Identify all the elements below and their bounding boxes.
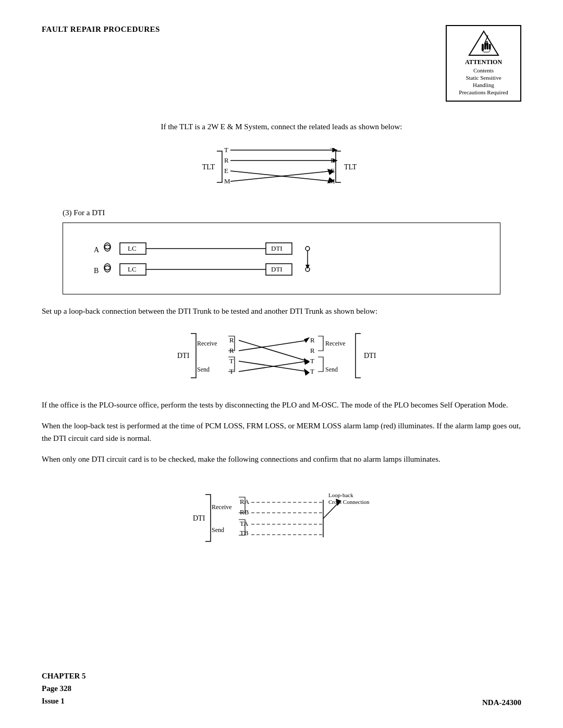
tlt-diagram: TLT TLT T T R R E E M M [42,141,521,193]
svg-text:A: A [94,246,100,254]
svg-text:RB: RB [240,508,249,516]
svg-marker-0 [469,31,498,55]
svg-text:M: M [329,177,335,185]
svg-text:R: R [229,336,234,344]
svg-line-52 [239,340,308,351]
svg-text:Loop-back: Loop-back [328,492,353,498]
svg-text:T: T [224,146,228,154]
svg-text:Cross Connection: Cross Connection [328,499,370,505]
svg-text:DTI: DTI [193,514,205,522]
svg-rect-34 [106,267,109,269]
svg-text:TLT: TLT [344,163,357,171]
dti-loopback-diagram: DTI Receive R R Send T T [42,326,521,388]
paragraph3: When the loop-back test is performed at … [42,419,521,445]
svg-text:TLT: TLT [202,163,215,171]
attention-line3: Handling [452,81,515,89]
svg-text:E: E [331,167,335,175]
svg-text:E: E [224,167,228,175]
svg-text:TB: TB [240,529,249,537]
attention-line2: Static Sensitive [452,74,515,81]
svg-text:TA: TA [240,520,249,527]
page-label: Page 328 [42,682,86,695]
svg-text:M: M [224,177,230,185]
svg-text:Receive: Receive [212,503,232,511]
attention-icon [452,30,515,56]
footer: CHAPTER 5 Page 328 Issue 1 NDA-24300 [42,670,521,707]
svg-text:DTI: DTI [271,265,283,273]
svg-rect-25 [106,246,109,248]
loopback-cross-diagram: DTI Receive RA RB Send TA TB [42,474,521,557]
svg-text:B: B [94,267,99,275]
svg-text:DTI: DTI [177,352,190,360]
svg-text:Receive: Receive [197,340,217,347]
svg-text:Send: Send [325,366,338,373]
page-title: FAULT REPAIR PROCEDURES [42,25,160,34]
dti-box-diagram: A LC DTI B [63,223,500,294]
svg-text:R: R [331,156,335,164]
paragraph4: When only one DTI circuit card is to be … [42,453,521,465]
footer-right: NDA-24300 [482,698,521,707]
svg-line-50 [239,340,308,361]
attention-line1: Contents [452,67,515,74]
svg-text:Send: Send [197,366,210,373]
svg-marker-55 [304,368,310,376]
attention-line4: Precautions Required [452,89,515,96]
svg-text:T: T [229,357,234,365]
svg-text:R: R [310,347,315,354]
chapter-label: CHAPTER 5 [42,670,86,682]
header: FAULT REPAIR PROCEDURES [42,25,521,102]
intro-text: If the TLT is a 2W E & M System, connect… [42,122,521,131]
footer-left: CHAPTER 5 Page 328 Issue 1 [42,670,86,707]
svg-text:RA: RA [240,498,250,505]
page: FAULT REPAIR PROCEDURES [0,0,563,728]
svg-text:T: T [310,367,314,375]
doc-label: NDA-24300 [482,698,521,707]
svg-text:T: T [310,357,314,365]
svg-point-31 [305,246,310,251]
paragraph2: If the office is the PLO-source office, … [42,399,521,411]
svg-marker-53 [304,337,310,343]
svg-text:LC: LC [128,265,137,273]
svg-text:Receive: Receive [325,340,346,347]
attention-box: ATTENTION Contents Static Sensitive Hand… [446,25,521,102]
attention-title: ATTENTION [452,58,515,67]
paragraph1: Set up a loop-back connection between th… [42,305,521,317]
issue-label: Issue 1 [42,695,86,707]
svg-text:DTI: DTI [364,352,376,360]
svg-marker-57 [304,359,310,365]
svg-text:R: R [224,156,229,164]
svg-text:R: R [310,336,315,344]
section3-label: (3) For a DTI [63,208,521,217]
svg-text:Send: Send [212,526,224,534]
svg-text:LC: LC [128,244,137,252]
svg-text:DTI: DTI [271,244,283,252]
svg-text:T: T [331,146,335,154]
